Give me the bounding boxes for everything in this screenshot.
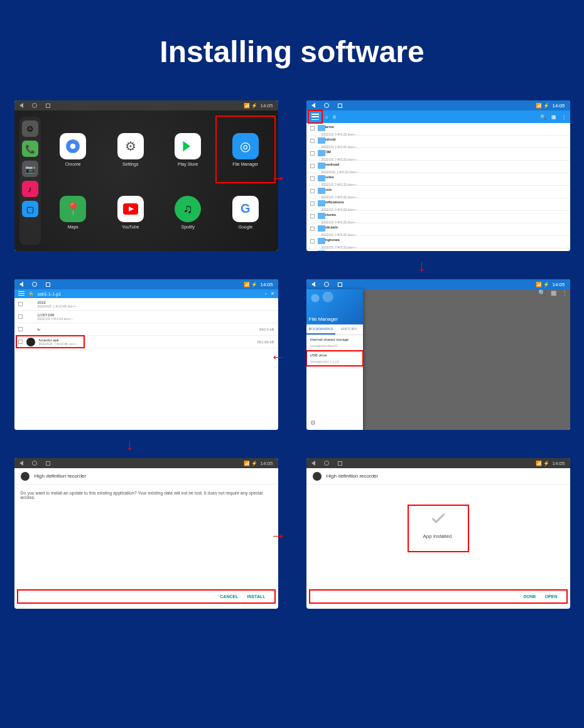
more-icon[interactable]: ⋮ [561, 289, 568, 296]
statusbar: 📶 ⚡14:05 [14, 458, 278, 468]
folder-row[interactable]: DCIM2022/1/5 下午5:33 drw-r-- [306, 148, 570, 161]
back-icon[interactable] [19, 282, 23, 287]
lock-icon: 🔒 [28, 291, 34, 296]
statusbar: 📶 ⚡14:05 [306, 458, 570, 468]
fm-toolbar: ⌂ 0 🔍 ▦ ⋮ [306, 110, 570, 123]
cancel-button[interactable]: CANCEL [220, 594, 238, 599]
menu-icon[interactable] [311, 114, 319, 120]
drawer-header: File Manager [306, 289, 363, 324]
step2-file-list: 📶 ⚡14:05 ⌂ 0 🔍 ▦ ⋮ Alarms2022/1/5 下午5:33… [306, 100, 570, 251]
check-icon [430, 510, 447, 527]
home-icon[interactable] [324, 103, 329, 108]
file-row[interactable]: fvcardvr.apk2022/4/25 上午10:48 -rw-r--561… [14, 336, 278, 348]
folder-row[interactable]: Notifications2022/1/5 下午5:33 drw-r-- [306, 198, 570, 211]
drawer-item-internal[interactable]: Internal shared storage /storage/emulate… [306, 335, 363, 351]
back-icon[interactable] [311, 103, 315, 108]
home-icon[interactable] [324, 282, 329, 287]
folder-row[interactable]: Movies2022/1/5 下午5:33 drw-r-- [306, 173, 570, 186]
folder-row[interactable]: Pictures2022/1/5 下午5:33 drw-r-- [306, 211, 570, 223]
statusbar: 📶 ⚡14:05 [306, 279, 570, 289]
back-icon[interactable] [311, 461, 315, 466]
installed-text: App installed. [423, 533, 453, 539]
folder-row[interactable]: Music2022/1/5 下午5:33 drw-r-- [306, 186, 570, 198]
arrow-icon: ↓ [126, 435, 134, 454]
arrow-icon: → [270, 168, 286, 188]
launcher-sidebar: ⚙ 📞 📷 ♪ ▢ [19, 117, 41, 245]
search-icon[interactable]: 🔍 [540, 114, 546, 120]
installer-header: High definition recorder [306, 468, 570, 484]
page-title: Installing software [0, 0, 584, 100]
step3-drawer: 📶 ⚡14:05 File Manager BOOKMARKS HISTORY … [306, 279, 570, 430]
app-icon [21, 472, 30, 481]
view-icon[interactable]: ▦ [551, 114, 556, 120]
chevron-icon[interactable]: › [265, 292, 266, 296]
home-icon[interactable] [32, 461, 37, 466]
folder-row[interactable]: Ringtones2022/1/5 下午5:33 drw-r-- [306, 236, 570, 249]
statusbar: 📶 ⚡14:05 [14, 279, 278, 289]
view-icon[interactable]: ▦ [551, 289, 556, 296]
file-row[interactable]: 20222022/4/25 上午10:48 drw-r-- [14, 298, 278, 311]
back-icon[interactable] [19, 103, 23, 108]
app-playstore[interactable]: Play Store [161, 119, 216, 179]
statusbar: 📶 ⚡14:05 [14, 100, 278, 110]
app-filemanager[interactable]: ◎File Manager [218, 119, 273, 179]
svg-point-1 [70, 143, 76, 149]
arrow-icon: ← [270, 347, 286, 367]
back-icon[interactable] [311, 282, 315, 287]
app-chrome[interactable]: Chrome [46, 119, 101, 179]
step6-installed: 📶 ⚡14:05 High definition recorder App in… [306, 458, 570, 609]
home-icon[interactable] [32, 103, 37, 108]
home-icon[interactable] [32, 282, 37, 287]
step4-usb-files: 📶 ⚡14:05 🔒 usb1-1-1-p1 › ✕ 20222022/4/25… [14, 279, 278, 430]
more-icon[interactable]: ⋮ [561, 114, 566, 120]
back-icon[interactable] [19, 461, 23, 466]
folder-row[interactable]: Alarms2022/1/5 下午5:33 drw-r-- [306, 123, 570, 136]
app-youtube[interactable]: YouTube [103, 182, 158, 242]
installer-header: High definition recorder [14, 468, 278, 484]
recent-icon[interactable] [46, 104, 50, 108]
drawer-item-usb[interactable]: USB drive /storage/usb1-1-1-p1 [306, 351, 363, 367]
step1-home-screen: 📶 ⚡14:05 ⚙ 📞 📷 ♪ ▢ Chrome ⚙Settings Play… [14, 100, 278, 251]
app-google[interactable]: GGoogle [218, 182, 273, 242]
app-settings[interactable]: ⚙Settings [103, 119, 158, 179]
install-button[interactable]: INSTALL [247, 594, 265, 599]
cube-icon[interactable]: ▢ [22, 201, 38, 217]
arrow-icon: ↓ [418, 256, 426, 276]
folder-row[interactable]: Podcasts2022/1/5 下午5:33 drw-r-- [306, 223, 570, 236]
nav-drawer: File Manager BOOKMARKS HISTORY Internal … [306, 289, 363, 430]
open-button[interactable]: OPEN [545, 594, 558, 599]
tab-bookmarks[interactable]: BOOKMARKS [306, 324, 336, 335]
arrow-icon: → [270, 526, 286, 545]
file-row[interactable]: LOST.DIR2022/1/9 下午2:04 drw-r-- [14, 311, 278, 323]
folder-row[interactable]: storage [306, 249, 570, 251]
recent-icon[interactable] [46, 461, 50, 466]
folder-row[interactable]: Android2022/1/9 下午2:04 drw-r-- [306, 136, 570, 148]
app-spotify[interactable]: ♫Spotify [161, 182, 216, 242]
file-row[interactable]: fv490.0 kB [14, 323, 278, 336]
recent-icon[interactable] [338, 282, 342, 287]
recent-icon[interactable] [46, 282, 50, 287]
statusbar: 📶 ⚡14:05 [306, 100, 570, 110]
clock: 14:05 [260, 103, 273, 109]
menu-icon[interactable] [18, 291, 24, 296]
music-icon[interactable]: ♪ [22, 181, 38, 197]
app-maps[interactable]: 📍Maps [46, 182, 101, 242]
highlight-box [306, 350, 364, 367]
tab-history[interactable]: HISTORY [335, 324, 362, 335]
close-icon[interactable]: ✕ [271, 291, 274, 296]
fm-pathbar: 🔒 usb1-1-1-p1 › ✕ [14, 289, 278, 298]
done-button[interactable]: DONE [523, 594, 536, 599]
settings-icon[interactable]: ⚙ [22, 120, 38, 137]
recent-icon[interactable] [338, 104, 342, 108]
step5-install-prompt: 📶 ⚡14:05 High definition recorder Do you… [14, 458, 278, 609]
recent-icon[interactable] [338, 461, 342, 466]
phone-icon[interactable]: 📞 [22, 141, 38, 157]
home-icon[interactable] [324, 461, 329, 466]
search-icon[interactable]: 🔍 [538, 289, 546, 296]
camera-icon[interactable]: 📷 [22, 161, 38, 177]
install-message: Do you want to install an update to this… [21, 491, 272, 500]
folder-row[interactable]: Download2022/4/16 上午5:33 drw-r-- [306, 161, 570, 173]
home-path-icon[interactable]: ⌂ [325, 114, 328, 120]
status-icons: 📶 ⚡ [244, 103, 257, 109]
gear-icon[interactable]: ⚙ [306, 415, 363, 430]
